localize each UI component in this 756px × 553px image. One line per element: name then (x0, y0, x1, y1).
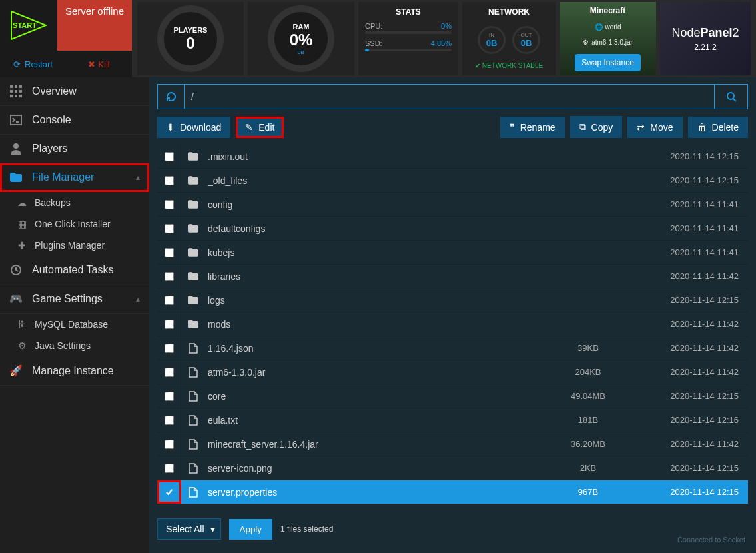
file-checkbox[interactable] (165, 272, 174, 281)
file-checkbox-wrap (157, 312, 181, 336)
folder-icon (181, 320, 205, 328)
file-date: 2020-11-14 11:41 (635, 223, 748, 233)
search-button[interactable] (714, 85, 747, 109)
edit-icon: ✎ (245, 122, 253, 133)
folder-icon (181, 248, 205, 257)
puzzle-icon: ✚ (16, 240, 28, 251)
sidebar-sub-mysql[interactable]: 🗄 MySQL Database (0, 314, 149, 335)
apply-button[interactable]: Apply (229, 519, 272, 540)
sidebar-sub-label: One Click Installer (35, 219, 111, 229)
svg-rect-4 (10, 90, 13, 93)
file-name: logs (205, 295, 542, 306)
svg-line-14 (733, 99, 736, 101)
svg-rect-2 (15, 85, 17, 88)
swap-instance-button[interactable]: Swap Instance (575, 54, 641, 71)
file-size: 2KB (542, 463, 635, 473)
start-button[interactable]: START (0, 0, 57, 51)
file-icon (181, 343, 205, 354)
file-checkbox[interactable] (165, 200, 174, 209)
edit-button[interactable]: ✎Edit (236, 117, 284, 138)
file-row[interactable]: atm6-1.3.0.jar204KB2020-11-14 11:42 (157, 360, 748, 384)
file-row[interactable]: mods2020-11-14 11:42 (157, 312, 748, 336)
sidebar-sub-java[interactable]: ⚙ Java Settings (0, 335, 149, 356)
sidebar: Overview Console Players File Manager ▴ … (0, 77, 149, 553)
sidebar-item-players[interactable]: Players (0, 135, 149, 163)
file-checkbox[interactable] (165, 368, 174, 377)
svg-rect-8 (15, 95, 17, 97)
sidebar-item-file-manager[interactable]: File Manager ▴ (0, 163, 149, 192)
network-panel: NETWORK IN0B OUT0B ✔NETWORK STABLE (462, 2, 556, 75)
file-checkbox-wrap (157, 456, 181, 480)
file-row[interactable]: kubejs2020-11-14 11:41 (157, 241, 748, 265)
file-row[interactable]: server.properties967B2020-11-14 12:15 (157, 480, 748, 504)
ssd-value: 4.85% (431, 39, 452, 47)
sidebar-sub-plugins[interactable]: ✚ Plugins Manager (0, 235, 149, 256)
delete-button[interactable]: 🗑Delete (688, 117, 748, 138)
file-checkbox[interactable] (165, 344, 174, 353)
cpu-label: CPU: (365, 22, 382, 30)
folder-icon (181, 200, 205, 209)
rename-button[interactable]: ❞Rename (500, 117, 565, 138)
file-date: 2020-11-14 12:15 (635, 391, 748, 401)
sidebar-sub-backups[interactable]: ☁ Backups (0, 192, 149, 213)
sidebar-item-label: Manage Instance (32, 365, 114, 377)
sidebar-sub-one-click[interactable]: ▦ One Click Installer (0, 213, 149, 235)
clock-icon (9, 264, 23, 276)
kill-button[interactable]: ✖ Kill (66, 51, 132, 77)
sidebar-item-overview[interactable]: Overview (0, 77, 149, 106)
network-out-value: 0B (521, 38, 532, 48)
file-date: 2020-11-14 11:42 (635, 319, 748, 329)
file-checkbox[interactable] (165, 296, 174, 305)
file-checkbox[interactable] (165, 488, 174, 497)
move-label: Move (650, 122, 673, 133)
file-checkbox[interactable] (165, 464, 174, 473)
file-row[interactable]: _old_files2020-11-14 12:15 (157, 169, 748, 193)
file-row[interactable]: config2020-11-14 11:41 (157, 193, 748, 217)
gear-icon: ⚙ (16, 340, 28, 351)
sidebar-item-manage-instance[interactable]: 🚀 Manage Instance (0, 356, 149, 386)
bottom-bar: Select All Apply 1 files selected (157, 509, 748, 540)
file-row[interactable]: logs2020-11-14 12:15 (157, 288, 748, 312)
file-checkbox[interactable] (165, 392, 174, 401)
file-row[interactable]: 1.16.4.json39KB2020-11-14 11:42 (157, 336, 748, 360)
path-input[interactable] (191, 91, 707, 102)
file-checkbox[interactable] (165, 416, 174, 425)
socket-status: Connected to Socket (677, 536, 745, 544)
file-row[interactable]: defaultconfigs2020-11-14 11:41 (157, 217, 748, 241)
delete-label: Delete (712, 122, 739, 133)
file-checkbox[interactable] (165, 248, 174, 257)
download-label: Download (180, 122, 221, 133)
download-button[interactable]: ⬇Download (157, 117, 230, 138)
sidebar-item-console[interactable]: Console (0, 106, 149, 135)
copy-button[interactable]: ⧉Copy (570, 116, 623, 138)
file-checkbox[interactable] (165, 440, 174, 449)
file-row[interactable]: eula.txt181B2020-11-14 12:16 (157, 408, 748, 432)
file-checkbox[interactable] (165, 176, 174, 185)
ram-title: RAM (292, 23, 309, 31)
file-size: 39KB (542, 343, 635, 353)
sidebar-item-automated-tasks[interactable]: Automated Tasks (0, 256, 149, 284)
minecraft-jar: atm6-1.3.0.jar (591, 39, 633, 46)
file-checkbox-wrap (157, 336, 181, 360)
download-icon: ⬇ (167, 122, 175, 133)
file-row[interactable]: libraries2020-11-14 11:42 (157, 265, 748, 288)
file-checkbox-wrap (157, 288, 181, 312)
file-row[interactable]: server-icon.png2KB2020-11-14 12:15 (157, 456, 748, 480)
file-row[interactable]: minecraft_server.1.16.4.jar36.20MB2020-1… (157, 432, 748, 456)
svg-rect-9 (19, 95, 22, 97)
file-row[interactable]: .mixin.out2020-11-14 12:15 (157, 145, 748, 169)
file-name: mods (205, 319, 542, 330)
select-all-dropdown[interactable]: Select All (157, 518, 221, 540)
file-name: server-icon.png (205, 463, 542, 474)
move-button[interactable]: ⇄Move (627, 117, 682, 138)
file-checkbox-wrap (157, 193, 181, 216)
file-checkbox[interactable] (165, 320, 174, 329)
sidebar-sub-label: Plugins Manager (35, 240, 105, 251)
file-row[interactable]: core49.04MB2020-11-14 12:15 (157, 384, 748, 408)
file-checkbox[interactable] (165, 152, 174, 161)
refresh-button[interactable] (158, 85, 185, 109)
restart-button[interactable]: ⟳ Restart (0, 51, 66, 77)
folder-icon (181, 296, 205, 304)
file-checkbox[interactable] (165, 224, 174, 233)
sidebar-item-game-settings[interactable]: 🎮 Game Settings ▴ (0, 284, 149, 314)
